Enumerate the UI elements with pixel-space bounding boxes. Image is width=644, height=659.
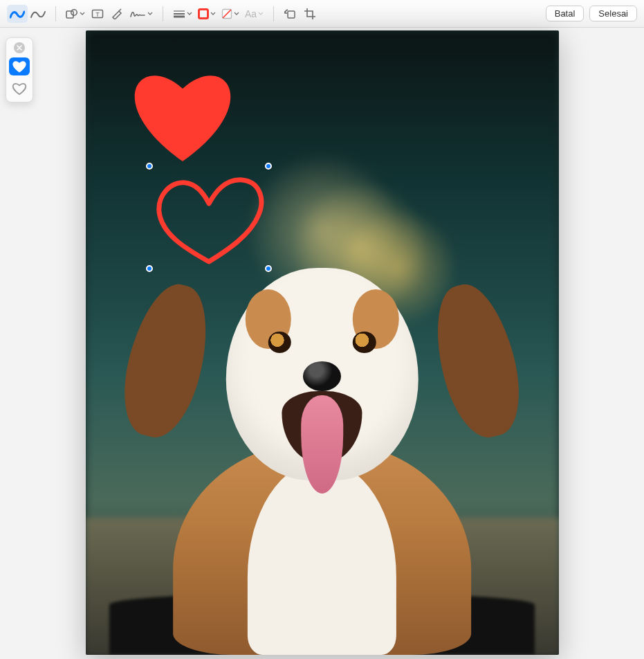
photo-canvas[interactable] bbox=[86, 30, 559, 655]
selection-handle[interactable] bbox=[265, 265, 272, 272]
font-style-tool[interactable]: Aa bbox=[242, 5, 266, 23]
selection-handle[interactable] bbox=[146, 265, 153, 272]
annotation-heart-outline[interactable] bbox=[149, 166, 268, 269]
sign-tool[interactable] bbox=[127, 5, 156, 23]
selection-handle[interactable] bbox=[265, 163, 272, 170]
done-button[interactable]: Selesai bbox=[589, 6, 637, 21]
cancel-button[interactable]: Batal bbox=[546, 6, 585, 21]
chevron-down-icon bbox=[187, 12, 192, 16]
separator bbox=[163, 6, 163, 21]
chevron-down-icon bbox=[234, 12, 239, 16]
rotate-tool[interactable] bbox=[281, 5, 300, 23]
line-style-tool[interactable] bbox=[170, 5, 195, 23]
draw-tools-group bbox=[7, 5, 48, 23]
chevron-down-icon bbox=[210, 12, 216, 16]
fill-color-tool[interactable] bbox=[219, 5, 242, 23]
insert-tools-group: T bbox=[63, 5, 156, 23]
stroke-color-tool[interactable] bbox=[195, 5, 219, 23]
highlight-tool[interactable] bbox=[107, 5, 127, 23]
selection-handle[interactable] bbox=[146, 163, 153, 170]
svg-point-1 bbox=[71, 9, 77, 15]
markup-toolbar: T Aa bbox=[0, 0, 644, 28]
separator bbox=[273, 6, 274, 21]
font-style-icon: Aa bbox=[245, 8, 257, 19]
chevron-down-icon bbox=[258, 12, 264, 16]
svg-text:T: T bbox=[95, 11, 100, 18]
separator bbox=[55, 6, 56, 21]
draw-tool[interactable] bbox=[28, 5, 48, 23]
style-tools-group: Aa bbox=[170, 5, 266, 23]
chevron-down-icon bbox=[80, 12, 85, 16]
shapes-tool[interactable] bbox=[63, 5, 88, 23]
svg-rect-7 bbox=[199, 9, 208, 18]
annotation-heart-filled[interactable] bbox=[124, 61, 241, 165]
text-tool[interactable]: T bbox=[88, 5, 107, 23]
canvas-area bbox=[0, 28, 644, 659]
transform-tools-group bbox=[281, 5, 320, 23]
sketch-tool[interactable] bbox=[7, 5, 28, 23]
svg-rect-10 bbox=[288, 11, 295, 18]
crop-tool[interactable] bbox=[300, 5, 320, 23]
photo-subject-dog bbox=[156, 268, 488, 655]
chevron-down-icon bbox=[147, 12, 153, 16]
